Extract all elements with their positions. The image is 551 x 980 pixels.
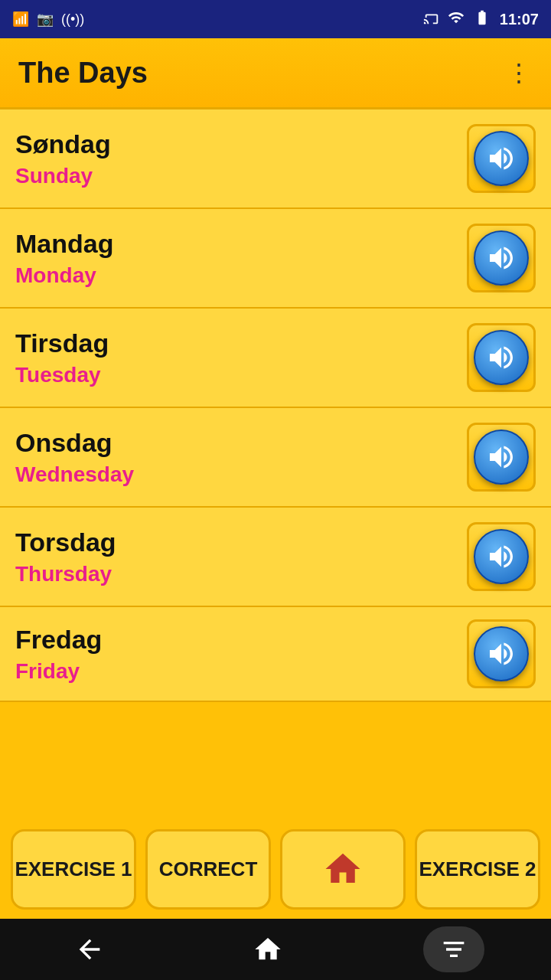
day-native: Mandag (15, 229, 113, 259)
day-text-block: Torsdag Thursday (15, 528, 116, 586)
day-translation: Friday (15, 659, 102, 684)
day-translation: Sunday (15, 164, 111, 188)
day-translation: Thursday (15, 562, 116, 586)
day-translation: Monday (15, 263, 113, 288)
audio-circle-icon (474, 626, 529, 681)
audio-button[interactable] (467, 323, 536, 392)
day-item: Søndag Sunday (0, 109, 551, 209)
status-bar: 📶 📷 ((•)) 11:07 (0, 0, 551, 38)
day-native: Onsdag (15, 428, 134, 458)
status-icons-right: 11:07 (423, 9, 539, 30)
exercise2-button[interactable]: EXERCISE 2 (415, 829, 540, 910)
broadcast-icon: ((•)) (61, 11, 84, 28)
day-item: Mandag Monday (0, 209, 551, 309)
home-nav-button[interactable] (245, 926, 291, 972)
audio-button[interactable] (467, 423, 536, 492)
exercise1-button[interactable]: EXERCISE 1 (11, 829, 136, 910)
status-icons-left: 📶 📷 ((•)) (12, 11, 84, 28)
title-bar: The Days ⋮ (0, 38, 551, 107)
day-item: Tirsdag Tuesday (0, 309, 551, 408)
day-native: Tirsdag (15, 328, 109, 358)
audio-button[interactable] (467, 522, 536, 591)
audio-circle-icon (474, 430, 529, 485)
audio-button[interactable] (467, 619, 536, 688)
audio-circle-icon (474, 131, 529, 186)
recents-button[interactable] (423, 926, 484, 972)
day-native: Torsdag (15, 528, 116, 557)
day-text-block: Onsdag Wednesday (15, 428, 134, 487)
day-item: Fredag Friday (0, 607, 551, 702)
battery-icon (472, 9, 492, 30)
day-item: Torsdag Thursday (0, 508, 551, 607)
day-text-block: Søndag Sunday (15, 129, 111, 188)
audio-circle-icon (474, 230, 529, 286)
day-native: Fredag (15, 625, 102, 655)
day-text-block: Tirsdag Tuesday (15, 328, 109, 387)
days-list: Søndag Sunday Mandag Monday (0, 107, 551, 819)
signal-icon (448, 9, 465, 30)
page-title: The Days (18, 57, 148, 90)
day-item: Onsdag Wednesday (0, 408, 551, 508)
back-button[interactable] (67, 926, 112, 972)
audio-button[interactable] (467, 224, 536, 292)
wifi-icon: 📶 (12, 11, 29, 28)
cast-icon (423, 9, 440, 30)
audio-button[interactable] (467, 124, 536, 193)
day-text-block: Fredag Friday (15, 625, 102, 684)
image-icon: 📷 (37, 11, 54, 28)
correct-button[interactable]: CORRECT (145, 829, 271, 910)
day-translation: Wednesday (15, 462, 134, 487)
time-display: 11:07 (500, 11, 539, 28)
home-button[interactable] (280, 829, 406, 910)
overflow-menu-button[interactable]: ⋮ (507, 58, 533, 87)
system-nav-bar (0, 919, 551, 980)
audio-circle-icon (474, 529, 529, 584)
audio-circle-icon (474, 330, 529, 385)
day-native: Søndag (15, 129, 111, 159)
bottom-action-bar: EXERCISE 1 CORRECT EXERCISE 2 (0, 819, 551, 919)
day-text-block: Mandag Monday (15, 229, 113, 288)
day-translation: Tuesday (15, 363, 109, 387)
